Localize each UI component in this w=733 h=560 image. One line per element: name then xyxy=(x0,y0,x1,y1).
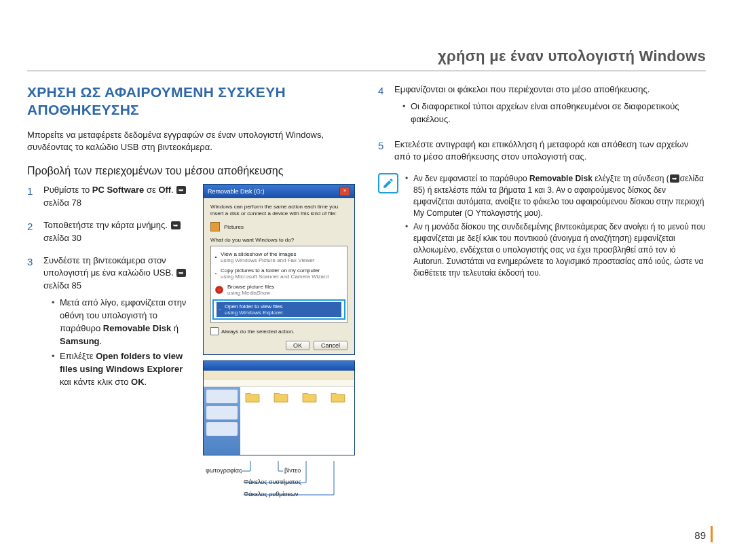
opt-text: Copy pictures to a folder on my computer… xyxy=(221,267,328,280)
text: ή xyxy=(171,323,178,333)
arrow-icon: ➥ xyxy=(171,221,181,229)
text: Τοποθετήστε την κάρτα μνήμης. xyxy=(43,220,170,230)
line1: View a slideshow of the images xyxy=(221,251,296,257)
folder-icon xyxy=(245,391,260,403)
step-number: 1 xyxy=(27,184,37,210)
folder-system[interactable] xyxy=(301,391,318,403)
folder-icon xyxy=(302,391,317,403)
close-icon[interactable]: × xyxy=(339,187,350,196)
callout-settings: Φάκελος ρυθμίσεων xyxy=(244,491,298,498)
step-list: 1 Ρυθμίστε το PC Software σε Off. ➥σελίδ… xyxy=(27,184,192,401)
arrow-icon: ➥ xyxy=(670,174,679,183)
text: Συνδέστε τη βιντεοκάμερα στον υπολογιστή… xyxy=(43,255,176,278)
text: . xyxy=(171,185,176,195)
section-title: ΧΡΗΣΗ ΩΣ ΑΦΑΙΡΟΥΜΕΝΗ ΣΥΣΚΕΥΗ ΑΠΟΘΗΚΕΥΣΗΣ xyxy=(27,83,355,119)
step-5: 5 Εκτελέστε αντιγραφή και επικόλληση ή μ… xyxy=(378,138,706,164)
option-open-folder-highlight: Open folder to view files using Windows … xyxy=(212,299,345,320)
explorer-window xyxy=(203,360,355,455)
text: και κάντε κλικ στο xyxy=(60,377,131,387)
bold: Removable Disk xyxy=(529,174,593,183)
pencil-icon xyxy=(382,177,394,189)
removable-disk-dialog: Removable Disk (G:) × Windows can perfor… xyxy=(203,184,355,355)
sidebar-panel xyxy=(206,422,238,436)
cancel-button[interactable]: Cancel xyxy=(314,341,347,350)
note-text: Αν δεν εμφανιστεί το παράθυρο Removable … xyxy=(405,173,706,281)
step-number: 3 xyxy=(27,255,37,392)
line2: using Windows Explorer xyxy=(225,310,283,316)
text: . xyxy=(145,377,147,387)
text: Αν δεν εμφανιστεί το παράθυρο xyxy=(413,174,529,183)
media-column: Removable Disk (G:) × Windows can perfor… xyxy=(203,184,355,508)
folder-video[interactable] xyxy=(273,391,289,403)
sub-bullet: Επιλέξτε Open folders to view files usin… xyxy=(52,350,192,389)
page-number: 89 xyxy=(694,529,706,541)
bold: OK xyxy=(131,377,145,387)
mediashow-icon xyxy=(215,286,223,294)
step-3: 3 Συνδέστε τη βιντεοκάμερα στον υπολογισ… xyxy=(27,255,192,392)
steps-row: 1 Ρυθμίστε το PC Software σε Off. ➥σελίδ… xyxy=(27,184,355,508)
explorer-titlebar xyxy=(204,361,354,371)
pictures-header: Pictures xyxy=(210,221,347,233)
step-1: 1 Ρυθμίστε το PC Software σε Off. ➥σελίδ… xyxy=(27,184,192,210)
page-ref: σελίδα 78 xyxy=(43,198,81,208)
bold: Off xyxy=(158,185,171,195)
note-bullet-1: Αν δεν εμφανιστεί το παράθυρο Removable … xyxy=(405,173,706,219)
text: ελέγξτε τη σύνδεση ( xyxy=(593,174,669,183)
step-body: Τοποθετήστε την κάρτα μνήμης. ➥σελίδα 30 xyxy=(43,219,192,245)
checkbox-icon[interactable] xyxy=(210,327,219,335)
text: . xyxy=(100,336,102,346)
line2: using Windows Picture and Fax Viewer xyxy=(221,257,315,263)
step-body: Ρυθμίστε το PC Software σε Off. ➥σελίδα … xyxy=(43,184,192,210)
step-number: 5 xyxy=(378,138,388,164)
text: Εμφανίζονται οι φάκελοι που περιέχονται … xyxy=(394,84,650,94)
opt-text: Open folder to view files using Windows … xyxy=(225,303,283,316)
ok-button[interactable]: OK xyxy=(286,341,309,350)
dialog-titlebar: Removable Disk (G:) × xyxy=(204,185,354,198)
note-icon xyxy=(378,173,398,193)
opt-text: View a slideshow of the images using Win… xyxy=(221,251,315,263)
option-copy-pictures[interactable]: Copy pictures to a folder on my computer… xyxy=(215,265,343,282)
slideshow-icon xyxy=(215,257,217,258)
folder-settings[interactable] xyxy=(330,391,346,403)
left-column: ΧΡΗΣΗ ΩΣ ΑΦΑΙΡΟΥΜΕΝΗ ΣΥΣΚΕΥΗ ΑΠΟΘΗΚΕΥΣΗΣ… xyxy=(27,83,355,508)
sub-bullets: Οι διαφορετικοί τύποι αρχείων είναι αποθ… xyxy=(394,100,706,126)
explorer-body xyxy=(204,387,354,455)
callout-system: Φάκελος συστήματος xyxy=(244,479,301,485)
option-browse-pictures[interactable]: Browse picture files using MediaShow xyxy=(215,282,343,298)
columns: ΧΡΗΣΗ ΩΣ ΑΦΑΙΡΟΥΜΕΝΗ ΣΥΣΚΕΥΗ ΑΠΟΘΗΚΕΥΣΗΣ… xyxy=(27,83,706,508)
folder-photo[interactable] xyxy=(244,391,261,403)
note-bullet-2: Αν η μονάδα δίσκου της συνδεδεμένης βιντ… xyxy=(405,221,706,278)
explorer-toolbar xyxy=(204,371,354,379)
dialog-body: Windows can perform the same action each… xyxy=(204,198,354,354)
always-label: Always do the selected action. xyxy=(221,329,295,335)
text: σε xyxy=(144,185,158,195)
step-2: 2 Τοποθετήστε την κάρτα μνήμης. ➥σελίδα … xyxy=(27,219,192,245)
callout-photo: φωτογραφίας xyxy=(206,467,242,474)
folder-icon xyxy=(219,309,221,310)
arrow-icon: ➥ xyxy=(176,269,186,277)
page: χρήση με έναν υπολογιστή Windows ΧΡΗΣΗ Ω… xyxy=(0,0,733,560)
bold: Samsung xyxy=(60,336,100,346)
dialog-title-text: Removable Disk (G:) xyxy=(208,188,265,195)
line1: Browse picture files xyxy=(227,284,274,290)
option-open-folder[interactable]: Open folder to view files using Windows … xyxy=(217,302,341,317)
step-number: 2 xyxy=(27,219,37,245)
page-number-bar xyxy=(711,526,713,542)
sub-bullet: Μετά από λίγο, εμφανίζεται στην οθόνη το… xyxy=(52,297,192,348)
step-number: 4 xyxy=(378,83,388,129)
folder-icon xyxy=(331,391,345,403)
step-body: Εμφανίζονται οι φάκελοι που περιέχονται … xyxy=(394,83,706,129)
text: Επιλέξτε xyxy=(60,351,96,361)
header-rule xyxy=(27,71,706,71)
dialog-intro: Windows can perform the same action each… xyxy=(210,204,347,217)
sub-bullet: Οι διαφορετικοί τύποι αρχείων είναι αποθ… xyxy=(402,100,706,126)
bold: PC Software xyxy=(92,185,145,195)
opt-text: Browse picture files using MediaShow xyxy=(227,284,274,296)
dialog-buttons: OK Cancel xyxy=(210,341,347,350)
right-column: 4 Εμφανίζονται οι φάκελοι που περιέχοντα… xyxy=(378,83,706,508)
line2: using MediaShow xyxy=(227,290,270,296)
explorer-addressbar xyxy=(204,379,354,387)
always-checkbox-row[interactable]: Always do the selected action. xyxy=(210,327,347,335)
option-slideshow[interactable]: View a slideshow of the images using Win… xyxy=(215,249,343,265)
options-listbox[interactable]: View a slideshow of the images using Win… xyxy=(210,246,347,323)
